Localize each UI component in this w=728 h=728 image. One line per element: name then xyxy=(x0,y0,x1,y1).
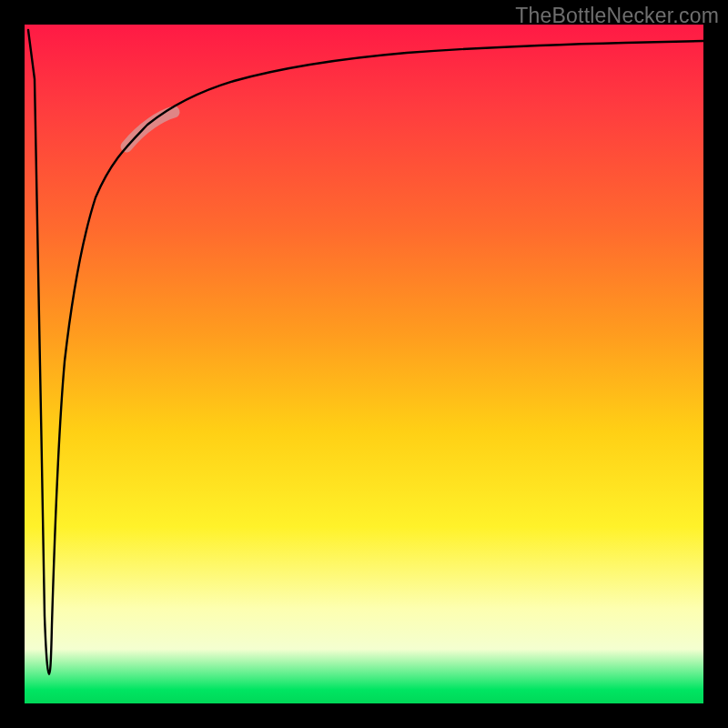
curve-layer xyxy=(25,25,703,703)
curve-highlight-segment xyxy=(126,112,174,147)
watermark-text: TheBottleNecker.com xyxy=(515,4,719,28)
chart-container: TheBottleNecker.com xyxy=(0,0,728,728)
bottleneck-curve xyxy=(28,30,703,674)
plot-area xyxy=(25,25,703,703)
